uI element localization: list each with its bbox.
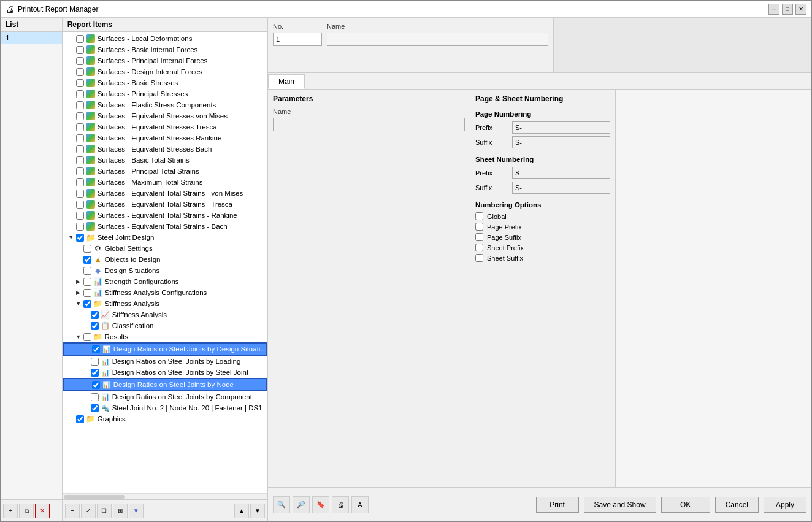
minimize-button[interactable]: ─ — [768, 4, 779, 15]
checkbox-design-ratios-by-loading[interactable] — [91, 358, 99, 366]
checkbox-strength-configs[interactable] — [83, 278, 91, 286]
tree-item-surf-basic-internal[interactable]: ▶ Surfaces - Basic Internal Forces — [63, 44, 267, 55]
tree-item-surf-design-internal[interactable]: ▶ Surfaces - Design Internal Forces — [63, 66, 267, 77]
tree-item-design-ratios-by-situation[interactable]: ▶ 📊 Design Ratios on Steel Joints by Des… — [63, 342, 267, 356]
expand-results[interactable]: ▼ — [75, 333, 82, 340]
name-input[interactable] — [327, 33, 548, 46]
checkbox-surf-basic-total-strains[interactable] — [76, 156, 84, 164]
tree-item-surf-equiv-total-tresca[interactable]: ▶ Surfaces - Equivalent Total Strains - … — [63, 199, 267, 210]
checkbox-surf-equiv-bach[interactable] — [76, 145, 84, 153]
tree-item-stiffness-analysis-folder[interactable]: ▼ 📁 Stiffness Analysis — [63, 298, 267, 309]
checkbox-global-settings[interactable] — [83, 245, 91, 253]
tree-item-global-settings[interactable]: ▶ ⚙ Global Settings — [63, 243, 267, 254]
tree-scrollbar[interactable] — [63, 493, 267, 499]
sheet-suffix-checkbox[interactable] — [475, 254, 483, 262]
checkbox-surf-equiv-tresca[interactable] — [76, 123, 84, 131]
tree-item-surf-principal-internal[interactable]: ▶ Surfaces - Principal Internal Forces — [63, 55, 267, 66]
tree-item-surf-basic-stress[interactable]: ▶ Surfaces - Basic Stresses — [63, 77, 267, 88]
main-tab[interactable]: Main — [268, 74, 305, 89]
checkbox-surf-elastic-stress[interactable] — [76, 101, 84, 109]
param-name-input[interactable] — [273, 118, 465, 131]
search-button[interactable]: 🔎 — [293, 496, 310, 513]
tree-item-surf-equiv-total-rankine[interactable]: ▶ Surfaces - Equivalent Total Strains - … — [63, 210, 267, 221]
sheet-suffix-input[interactable] — [512, 182, 610, 194]
uncheck-all-button[interactable]: ☐ — [97, 504, 112, 518]
tree-item-surf-equiv-total-bach[interactable]: ▶ Surfaces - Equivalent Total Strains - … — [63, 221, 267, 232]
tree-item-graphics[interactable]: ▶ 📁 Graphics — [63, 413, 267, 424]
checkbox-surf-principal-internal[interactable] — [76, 57, 84, 65]
checkbox-surf-equiv-total-bach[interactable] — [76, 223, 84, 231]
tree-item-surf-equiv-rankine[interactable]: ▶ Surfaces - Equivalent Stresses Rankine — [63, 132, 267, 144]
checkbox-design-ratios-by-component[interactable] — [91, 393, 99, 401]
expand-strength-configs[interactable]: ▶ — [75, 278, 82, 285]
tree-item-design-ratios-by-loading[interactable]: ▶ 📊 Design Ratios on Steel Joints by Loa… — [63, 356, 267, 367]
tree-item-objects-to-design[interactable]: ▶ ▲ Objects to Design — [63, 254, 267, 265]
duplicate-item-button[interactable]: ⧉ — [19, 504, 34, 518]
checkbox-results-folder[interactable] — [83, 333, 91, 341]
tree-item-surf-equiv-bach[interactable]: ▶ Surfaces - Equivalent Stresses Bach — [63, 144, 267, 155]
add-item-button[interactable]: + — [3, 504, 18, 518]
checkbox-surf-equiv-total-tresca[interactable] — [76, 201, 84, 209]
checkbox-stiffness-analysis-folder[interactable] — [83, 300, 91, 308]
add-report-item-button[interactable]: + — [65, 504, 80, 518]
list-item[interactable]: 1 — [1, 32, 62, 44]
cancel-button[interactable]: Cancel — [715, 497, 759, 513]
tree-item-surf-max-total-strains[interactable]: ▶ Surfaces - Maximum Total Strains — [63, 177, 267, 188]
page-search-button[interactable]: 🔍 — [273, 496, 290, 513]
tree-item-design-ratios-by-node[interactable]: ▶ 📊 Design Ratios on Steel Joints by Nod… — [63, 378, 267, 391]
translate-button[interactable]: A — [351, 496, 369, 513]
tree-item-strength-configs[interactable]: ▶ 📊 Strength Configurations — [63, 276, 267, 287]
tree-item-surf-elastic-stress[interactable]: ▶ Surfaces - Elastic Stress Components — [63, 99, 267, 110]
expand-steel-joint[interactable]: ▼ — [67, 234, 75, 241]
checkbox-design-ratios-by-node[interactable] — [92, 381, 100, 389]
checkbox-stiffness-analysis-item[interactable] — [91, 311, 99, 319]
tree-item-surf-principal-total-strains[interactable]: ▶ Surfaces - Principal Total Strains — [63, 166, 267, 177]
checkbox-steel-joint-design[interactable] — [76, 234, 84, 242]
checkbox-surf-max-total-strains[interactable] — [76, 178, 84, 186]
check-all-button[interactable]: ✓ — [81, 504, 96, 518]
tree-item-design-ratios-by-component[interactable]: ▶ 📊 Design Ratios on Steel Joints by Com… — [63, 391, 267, 402]
print-button[interactable]: Print — [536, 497, 579, 513]
checkbox-surf-equiv-total-rankine[interactable] — [76, 212, 84, 220]
page-prefix-checkbox[interactable] — [475, 223, 483, 231]
checkbox-surf-local[interactable] — [76, 35, 84, 43]
tree-item-surf-local[interactable]: ▶ Surfaces - Local Deformations — [63, 33, 267, 44]
tree-item-results-folder[interactable]: ▼ 📁 Results — [63, 331, 267, 342]
bookmark-button[interactable]: 🔖 — [312, 496, 329, 513]
global-checkbox[interactable] — [475, 212, 483, 220]
checkbox-surf-equiv-rankine[interactable] — [76, 134, 84, 142]
expand-stiffness-analysis[interactable]: ▼ — [75, 300, 82, 307]
tree-item-classification[interactable]: ▶ 📋 Classification — [63, 320, 267, 331]
move-down-button[interactable]: ▼ — [250, 504, 265, 518]
ok-button[interactable]: OK — [661, 497, 710, 513]
apply-button[interactable]: Apply — [764, 497, 806, 513]
maximize-button[interactable]: □ — [782, 4, 793, 15]
checkbox-objects-to-design[interactable] — [83, 256, 91, 264]
no-input[interactable] — [273, 33, 322, 46]
tree-item-stiffness-analysis-configs[interactable]: ▶ 📊 Stiffness Analysis Configurations — [63, 287, 267, 298]
tree-item-steel-joint-no2[interactable]: ▶ 🔩 Steel Joint No. 2 | Node No. 20 | Fa… — [63, 402, 267, 413]
tree-item-steel-joint-design[interactable]: ▼ 📁 Steel Joint Design — [63, 232, 267, 243]
checkbox-design-situations[interactable] — [83, 267, 91, 275]
tree-item-design-ratios-by-joint[interactable]: ▶ 📊 Design Ratios on Steel Joints by Ste… — [63, 367, 267, 378]
tree-item-surf-basic-total-strains[interactable]: ▶ Surfaces - Basic Total Strains — [63, 155, 267, 166]
checkbox-steel-joint-no2[interactable] — [91, 404, 99, 412]
checkbox-design-ratios-by-situation[interactable] — [92, 345, 100, 353]
checkbox-stiffness-analysis-configs[interactable] — [83, 289, 91, 297]
page-suffix-checkbox[interactable] — [475, 233, 483, 241]
checkbox-surf-basic-stress[interactable] — [76, 79, 84, 87]
tree-item-design-situations[interactable]: ▶ ◆ Design Situations — [63, 265, 267, 276]
sheet-prefix-input[interactable] — [512, 167, 610, 179]
close-button[interactable]: ✕ — [795, 4, 806, 15]
filter-button[interactable]: ▼ — [129, 504, 144, 518]
checkbox-surf-equiv-total-vonmises[interactable] — [76, 190, 84, 198]
expand-stiffness-configs[interactable]: ▶ — [75, 289, 82, 296]
checkbox-surf-equiv-vonmises[interactable] — [76, 112, 84, 120]
tree-item-surf-principal-stress[interactable]: ▶ Surfaces - Principal Stresses — [63, 88, 267, 99]
page-prefix-input[interactable] — [512, 121, 610, 134]
delete-item-button[interactable]: ✕ — [35, 504, 50, 518]
save-and-show-button[interactable]: Save and Show — [584, 497, 656, 513]
tree-item-surf-equiv-vonmises[interactable]: ▶ Surfaces - Equivalent Stresses von Mis… — [63, 110, 267, 121]
tree-content[interactable]: ▶ Surfaces - Local Deformations ▶ Surfac… — [63, 32, 267, 493]
checkbox-graphics[interactable] — [76, 415, 84, 423]
